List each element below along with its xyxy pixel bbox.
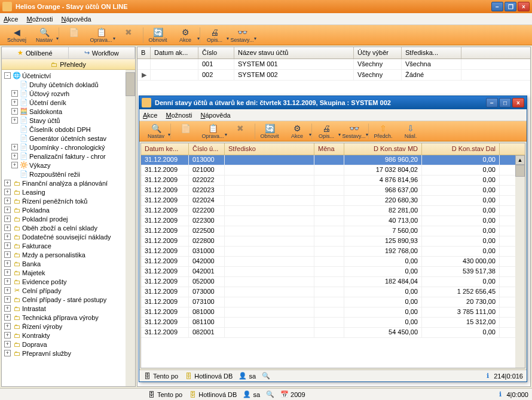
- tree-item[interactable]: 📄Generátor účetních sestav: [3, 134, 135, 143]
- toolbar-novy[interactable]: 📄: [60, 26, 87, 44]
- toolbar-sestavy[interactable]: 👓Sestavy...: [229, 26, 255, 44]
- dlg-toolbar-predch[interactable]: ⇧Předch.: [370, 122, 396, 140]
- tree-item[interactable]: +✂Celní případy: [3, 286, 135, 295]
- tree-expand-icon[interactable]: +: [11, 117, 18, 124]
- table-row[interactable]: 31.12.20090731000,0020 730,00: [141, 297, 525, 307]
- tree-item[interactable]: 📄Číselník období DPH: [3, 125, 135, 134]
- dialog-close-button[interactable]: ×: [512, 98, 524, 107]
- tree-expand-icon[interactable]: +: [4, 296, 11, 303]
- tree-item[interactable]: 📄Rozpouštění režii: [3, 170, 135, 179]
- tree-item[interactable]: +🗀Mzdy a personalistika: [3, 250, 135, 259]
- table-row[interactable]: 31.12.2009022023968 637,000,00: [141, 186, 525, 196]
- dlg-toolbar-nastav[interactable]: 🔍Nastav: [143, 122, 169, 140]
- mstatus-search[interactable]: [266, 390, 274, 399]
- tree-item[interactable]: +🧮Saldokonta: [3, 107, 135, 116]
- tree-item[interactable]: +📄Stavy účtů: [3, 116, 135, 125]
- minimize-button[interactable]: −: [491, 2, 503, 11]
- tree-expand-icon[interactable]: +: [4, 323, 11, 330]
- tree-expand-icon[interactable]: [11, 135, 18, 141]
- tree-expand-icon[interactable]: +: [4, 260, 11, 267]
- toolbar-opis[interactable]: 🖨Opis...: [201, 26, 228, 44]
- dialog-menu-moznosti[interactable]: Možnosti: [166, 112, 192, 119]
- dialog-menu-akce[interactable]: Akce: [143, 112, 157, 119]
- tree-expand-icon[interactable]: +: [4, 305, 11, 312]
- table-row[interactable]: 31.12.20090420010,00539 517,38: [141, 267, 525, 277]
- menu-napoveda[interactable]: Nápověda: [62, 16, 91, 23]
- table-row[interactable]: 31.12.20090811000,0015 312,00: [141, 318, 525, 328]
- tree-item[interactable]: +🗀Kontrakty: [3, 331, 135, 340]
- dlg-toolbar-zrus[interactable]: ✖: [227, 122, 253, 140]
- tree-expand-icon[interactable]: +: [4, 350, 11, 356]
- tab-oblibene[interactable]: ★Oblíbené: [2, 47, 69, 59]
- tree-item[interactable]: +🗀Doprava: [3, 340, 135, 349]
- tree-item[interactable]: +📄Účtový rozvrh: [3, 89, 135, 98]
- table-row[interactable]: 31.12.2009022024220 680,300,00: [141, 196, 525, 206]
- table-row[interactable]: 31.12.20090730000,001 252 656,45: [141, 287, 525, 297]
- dlg-toolbar-sestavy[interactable]: 👓Sestavy...: [341, 122, 367, 140]
- status-search[interactable]: [262, 372, 270, 380]
- dlg-toolbar-opis[interactable]: 🖨Opis...: [313, 122, 340, 140]
- tree-item[interactable]: +🗀Přepravní služby: [3, 349, 135, 358]
- tree-expand-icon[interactable]: [11, 171, 18, 177]
- tree-expand-icon[interactable]: +: [4, 198, 11, 204]
- tree-expand-icon[interactable]: +: [4, 251, 11, 258]
- dialog-minimize-button[interactable]: −: [486, 98, 498, 107]
- tree-expand-icon[interactable]: +: [11, 144, 18, 150]
- tree-expand-icon[interactable]: +: [11, 153, 18, 159]
- dialog-titlebar[interactable]: Denní stavy účtů a útvarů ke dni: čtvrte…: [139, 96, 527, 109]
- col-kon-stav-md[interactable]: D Kon.stav MD: [344, 143, 422, 155]
- tree-expand-icon[interactable]: +: [4, 242, 11, 249]
- tree-expand-icon[interactable]: [11, 126, 18, 133]
- dlg-toolbar-obnovit[interactable]: 🔄Obnovit: [256, 122, 283, 140]
- dialog-scrollbar[interactable]: ▲: [515, 155, 525, 368]
- dlg-toolbar-oprava[interactable]: 📋Oprava...: [200, 122, 226, 140]
- tree-expand-icon[interactable]: [11, 81, 18, 88]
- tree-item[interactable]: +🗀Dodatečné související náklady: [3, 232, 135, 241]
- tree-expand-icon[interactable]: +: [11, 99, 18, 106]
- table-row[interactable]: 31.12.2009022800125 890,930,00: [141, 236, 525, 247]
- toolbar-akce[interactable]: ⚙Akce: [172, 26, 198, 44]
- tree-expand-icon[interactable]: +: [4, 287, 11, 294]
- toolbar-schovej[interactable]: ◀Schovej: [4, 26, 30, 44]
- tree-item[interactable]: +🗀Majetek: [3, 268, 135, 277]
- col-b[interactable]: B: [137, 47, 151, 59]
- restore-button[interactable]: ❐: [505, 2, 516, 11]
- tree-item[interactable]: +🗀Pokladna: [3, 205, 135, 214]
- tree-expand-icon[interactable]: +: [4, 278, 11, 285]
- col-cislo-u[interactable]: Číslo ú...: [189, 143, 225, 155]
- table-row[interactable]: 001SYSTEM 001VšechnyVšechna: [137, 59, 530, 70]
- dlg-toolbar-akce[interactable]: ⚙Akce: [284, 122, 310, 140]
- table-row[interactable]: ▶002SYSTEM 002VšechnyŽádné: [137, 70, 530, 81]
- tree-item[interactable]: +🗀Banka: [3, 259, 135, 268]
- table-row[interactable]: 31.12.200908200154 450,000,00: [141, 328, 525, 338]
- table-row[interactable]: 31.12.200902100017 032 804,020,00: [141, 165, 525, 176]
- table-row[interactable]: 31.12.20090810000,003 785 111,00: [141, 307, 525, 318]
- table-row[interactable]: 31.12.2009013000986 960,200,00: [141, 155, 525, 165]
- col-datum-ak[interactable]: Datum ak...: [151, 47, 198, 59]
- tree-item[interactable]: +🗀Leasing: [3, 187, 135, 196]
- tree-item[interactable]: +🗀Řízení peněžních toků: [3, 196, 135, 205]
- tree-item[interactable]: +🔆Výkazy: [3, 161, 135, 170]
- tree-expand-icon[interactable]: +: [4, 224, 11, 231]
- tree-item[interactable]: +🗀Celní případy - staré postupy: [3, 295, 135, 304]
- col-datum-ke[interactable]: Datum ke...: [141, 143, 189, 155]
- dlg-toolbar-novy[interactable]: 📄: [172, 122, 198, 140]
- table-row[interactable]: 31.12.20090225007 560,000,00: [141, 226, 525, 236]
- tree-item[interactable]: +🗀Řízení výroby: [3, 322, 135, 331]
- tree-expand-icon[interactable]: -: [4, 72, 11, 79]
- dialog-menu-napoveda[interactable]: Nápověda: [201, 112, 231, 119]
- table-row[interactable]: 31.12.200902230040 713,000,00: [141, 216, 525, 226]
- col-cislo[interactable]: Číslo: [198, 47, 234, 59]
- table-row[interactable]: 31.12.2009052000182 484,040,00: [141, 277, 525, 287]
- tree-item[interactable]: +🗀Technická příprava výroby: [3, 313, 135, 322]
- tree-item[interactable]: +📄Penalizační faktury - chror: [3, 152, 135, 161]
- menu-akce[interactable]: AAkcekce: [4, 16, 18, 23]
- table-row[interactable]: 31.12.20090220224 876 814,960,00: [141, 176, 525, 186]
- tree-item[interactable]: 📄Druhy účetních dokladů: [3, 80, 135, 89]
- toolbar-obnovit[interactable]: 🔄Obnovit: [145, 26, 171, 44]
- table-row[interactable]: 31.12.2009031000192 768,000,00: [141, 247, 525, 257]
- dialog-maximize-button[interactable]: □: [499, 98, 511, 107]
- tab-workflow[interactable]: ↪Workflow: [69, 47, 136, 59]
- tree-expand-icon[interactable]: +: [11, 162, 18, 168]
- subtab-prehledy[interactable]: 🗀Přehledy: [2, 59, 135, 70]
